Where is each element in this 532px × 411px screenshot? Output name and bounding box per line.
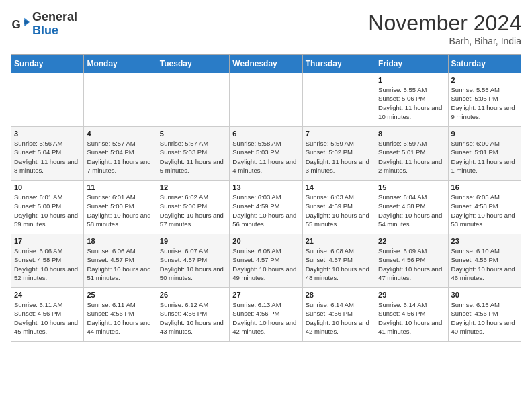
day-cell [302,73,375,127]
day-cell: 13Sunrise: 6:03 AM Sunset: 4:59 PM Dayli… [230,181,302,234]
day-number: 3 [14,130,81,138]
day-info: Sunrise: 6:08 AM Sunset: 4:57 PM Dayligh… [232,246,299,282]
day-number: 8 [378,130,445,138]
location: Barh, Bihar, India [368,36,521,46]
logo-blue: Blue [32,24,77,38]
day-info: Sunrise: 6:01 AM Sunset: 5:00 PM Dayligh… [14,193,81,228]
weekday-header-sunday: Sunday [11,55,84,73]
day-info: Sunrise: 6:15 AM Sunset: 4:56 PM Dayligh… [451,300,518,336]
calendar-body: 1Sunrise: 5:55 AM Sunset: 5:06 PM Daylig… [11,73,521,342]
svg-text:G: G [12,18,21,31]
day-number: 26 [160,291,226,299]
day-number: 17 [14,237,81,245]
day-info: Sunrise: 6:06 AM Sunset: 4:58 PM Dayligh… [14,246,81,282]
day-cell: 10Sunrise: 6:01 AM Sunset: 5:00 PM Dayli… [11,181,84,234]
day-number: 16 [451,183,518,191]
day-number: 7 [306,130,372,138]
page-header: G General Blue November 2024 Barh, Bihar… [11,11,521,46]
day-cell: 27Sunrise: 6:13 AM Sunset: 4:56 PM Dayli… [230,288,302,342]
day-info: Sunrise: 5:56 AM Sunset: 5:04 PM Dayligh… [14,139,81,175]
day-info: Sunrise: 6:08 AM Sunset: 4:57 PM Dayligh… [306,246,372,282]
day-cell: 23Sunrise: 6:10 AM Sunset: 4:56 PM Dayli… [448,234,521,288]
week-row-4: 17Sunrise: 6:06 AM Sunset: 4:58 PM Dayli… [11,234,521,288]
day-info: Sunrise: 5:55 AM Sunset: 5:05 PM Dayligh… [451,85,518,121]
day-cell: 3Sunrise: 5:56 AM Sunset: 5:04 PM Daylig… [11,127,84,181]
day-info: Sunrise: 5:58 AM Sunset: 5:03 PM Dayligh… [232,139,299,175]
day-number: 15 [378,183,445,191]
day-info: Sunrise: 6:02 AM Sunset: 5:00 PM Dayligh… [160,193,226,228]
day-info: Sunrise: 6:04 AM Sunset: 4:58 PM Dayligh… [378,193,445,228]
day-cell [11,73,84,127]
day-info: Sunrise: 5:55 AM Sunset: 5:06 PM Dayligh… [378,85,445,121]
day-cell: 8Sunrise: 5:59 AM Sunset: 5:01 PM Daylig… [375,127,448,181]
day-number: 27 [232,291,299,299]
day-info: Sunrise: 6:10 AM Sunset: 4:56 PM Dayligh… [451,246,518,282]
day-cell: 12Sunrise: 6:02 AM Sunset: 5:00 PM Dayli… [157,181,229,234]
day-number: 25 [87,291,153,299]
day-number: 29 [378,291,445,299]
day-info: Sunrise: 6:13 AM Sunset: 4:56 PM Dayligh… [232,300,299,336]
day-info: Sunrise: 6:11 AM Sunset: 4:56 PM Dayligh… [14,300,81,336]
day-cell: 2Sunrise: 5:55 AM Sunset: 5:05 PM Daylig… [448,73,521,127]
day-cell: 20Sunrise: 6:08 AM Sunset: 4:57 PM Dayli… [230,234,302,288]
day-cell: 6Sunrise: 5:58 AM Sunset: 5:03 PM Daylig… [230,127,302,181]
day-number: 14 [306,183,372,191]
day-cell: 15Sunrise: 6:04 AM Sunset: 4:58 PM Dayli… [375,181,448,234]
day-info: Sunrise: 6:03 AM Sunset: 4:59 PM Dayligh… [306,193,372,228]
day-cell: 1Sunrise: 5:55 AM Sunset: 5:06 PM Daylig… [375,73,448,127]
day-number: 18 [87,237,153,245]
day-number: 4 [87,130,153,138]
day-number: 2 [451,76,518,84]
day-cell: 16Sunrise: 6:05 AM Sunset: 4:58 PM Dayli… [448,181,521,234]
week-row-1: 1Sunrise: 5:55 AM Sunset: 5:06 PM Daylig… [11,73,521,127]
day-info: Sunrise: 6:06 AM Sunset: 4:57 PM Dayligh… [87,246,153,282]
weekday-header-row: SundayMondayTuesdayWednesdayThursdayFrid… [11,55,521,73]
week-row-3: 10Sunrise: 6:01 AM Sunset: 5:00 PM Dayli… [11,181,521,234]
day-cell: 29Sunrise: 6:14 AM Sunset: 4:56 PM Dayli… [375,288,448,342]
day-cell: 5Sunrise: 5:57 AM Sunset: 5:03 PM Daylig… [157,127,229,181]
title-block: November 2024 Barh, Bihar, India [368,11,521,46]
day-cell: 30Sunrise: 6:15 AM Sunset: 4:56 PM Dayli… [448,288,521,342]
day-cell: 22Sunrise: 6:09 AM Sunset: 4:56 PM Dayli… [375,234,448,288]
day-number: 10 [14,183,81,191]
day-number: 1 [378,76,445,84]
day-cell: 28Sunrise: 6:14 AM Sunset: 4:56 PM Dayli… [302,288,375,342]
day-cell: 25Sunrise: 6:11 AM Sunset: 4:56 PM Dayli… [84,288,157,342]
day-cell [84,73,157,127]
day-cell [157,73,229,127]
day-number: 30 [451,291,518,299]
weekday-header-saturday: Saturday [448,55,521,73]
day-number: 19 [160,237,226,245]
weekday-header-wednesday: Wednesday [230,55,302,73]
day-number: 24 [14,291,81,299]
logo-icon: G [11,15,30,34]
day-cell: 9Sunrise: 6:00 AM Sunset: 5:01 PM Daylig… [448,127,521,181]
day-cell: 7Sunrise: 5:59 AM Sunset: 5:02 PM Daylig… [302,127,375,181]
week-row-2: 3Sunrise: 5:56 AM Sunset: 5:04 PM Daylig… [11,127,521,181]
day-cell: 21Sunrise: 6:08 AM Sunset: 4:57 PM Dayli… [302,234,375,288]
day-cell: 18Sunrise: 6:06 AM Sunset: 4:57 PM Dayli… [84,234,157,288]
weekday-header-thursday: Thursday [302,55,375,73]
day-cell: 26Sunrise: 6:12 AM Sunset: 4:56 PM Dayli… [157,288,229,342]
month-title: November 2024 [368,11,521,36]
day-info: Sunrise: 5:57 AM Sunset: 5:03 PM Dayligh… [160,139,226,175]
day-cell [230,73,302,127]
day-cell: 14Sunrise: 6:03 AM Sunset: 4:59 PM Dayli… [302,181,375,234]
day-number: 22 [378,237,445,245]
weekday-header-tuesday: Tuesday [157,55,229,73]
day-info: Sunrise: 6:00 AM Sunset: 5:01 PM Dayligh… [451,139,518,175]
day-number: 12 [160,183,226,191]
day-number: 9 [451,130,518,138]
day-cell: 4Sunrise: 5:57 AM Sunset: 5:04 PM Daylig… [84,127,157,181]
day-info: Sunrise: 5:59 AM Sunset: 5:01 PM Dayligh… [378,139,445,175]
day-cell: 17Sunrise: 6:06 AM Sunset: 4:58 PM Dayli… [11,234,84,288]
weekday-header-monday: Monday [84,55,157,73]
day-number: 20 [232,237,299,245]
day-cell: 19Sunrise: 6:07 AM Sunset: 4:57 PM Dayli… [157,234,229,288]
day-number: 11 [87,183,153,191]
day-info: Sunrise: 6:01 AM Sunset: 5:00 PM Dayligh… [87,193,153,228]
day-info: Sunrise: 6:14 AM Sunset: 4:56 PM Dayligh… [378,300,445,336]
day-info: Sunrise: 6:07 AM Sunset: 4:57 PM Dayligh… [160,246,226,282]
day-info: Sunrise: 5:57 AM Sunset: 5:04 PM Dayligh… [87,139,153,175]
calendar-table: SundayMondayTuesdayWednesdayThursdayFrid… [11,54,521,342]
